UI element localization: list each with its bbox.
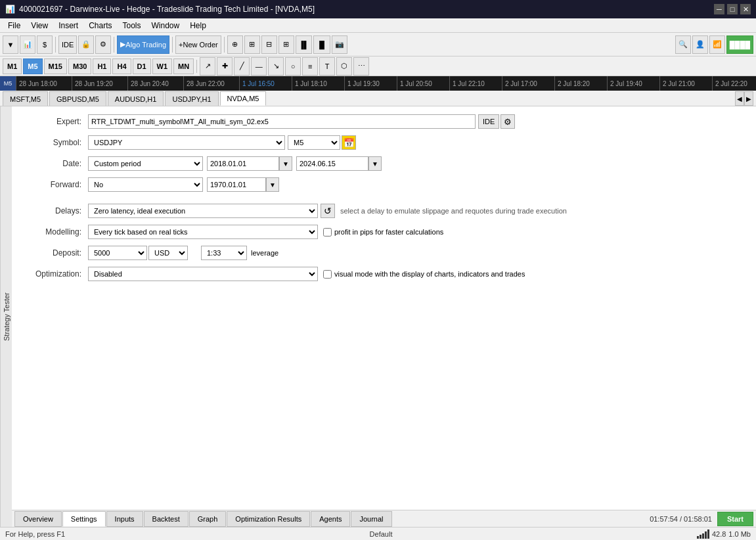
date-end-input[interactable]: [296, 156, 368, 171]
status-bar: For Help, press F1 Default 42.8 1.0 Mb: [0, 527, 756, 540]
minimize-button[interactable]: ─: [714, 4, 724, 14]
modelling-row: Modelling: Every tick based on real tick…: [22, 225, 745, 239]
toolbar-lock-btn[interactable]: 🔒: [78, 35, 94, 54]
draw-ray-btn[interactable]: ↘: [268, 57, 284, 76]
tf-h4[interactable]: H4: [112, 58, 131, 74]
document-tab-bar: MSFT,M5 GBPUSD,M5 AUDUSD,H1 USDJPY,H1 NV…: [0, 91, 756, 106]
zoom-in-btn[interactable]: ⊞: [244, 35, 260, 54]
tf-m30[interactable]: M30: [68, 58, 91, 74]
calendar-icon-button[interactable]: 📅: [342, 135, 356, 150]
bottom-tab-settings[interactable]: Settings: [62, 511, 106, 527]
start-button[interactable]: Start: [717, 512, 753, 526]
bottom-tabs: Overview Settings Inputs Backtest Graph …: [12, 510, 756, 527]
menu-item-help[interactable]: Help: [185, 18, 211, 33]
toolbar-script-btn[interactable]: ⚙: [95, 35, 111, 54]
profit-checkbox[interactable]: [323, 228, 332, 236]
tab-nvda-m5[interactable]: NVDA,M5: [220, 91, 267, 106]
screenshot-btn[interactable]: 📷: [332, 35, 347, 54]
signal-bar-4: [705, 531, 707, 539]
expert-input[interactable]: [88, 114, 476, 129]
menu-item-charts[interactable]: Charts: [83, 18, 117, 33]
bottom-tab-inputs[interactable]: Inputs: [106, 511, 143, 527]
deposit-currency-select[interactable]: USD: [148, 246, 188, 260]
bottom-tab-optimization-results[interactable]: Optimization Results: [227, 511, 310, 527]
date-end-calendar-btn[interactable]: ▼: [368, 156, 382, 171]
form-area: Expert: IDE ⚙ Symbol: USDJPY M5 📅: [12, 106, 756, 510]
tab-nav-next[interactable]: ▶: [744, 91, 753, 106]
forward-select[interactable]: No: [88, 177, 203, 192]
date-start-calendar-btn[interactable]: ▼: [279, 156, 292, 171]
draw-shapes-btn[interactable]: ⬡: [336, 57, 352, 76]
zoom-out-btn[interactable]: ⊟: [261, 35, 277, 54]
menu-item-view[interactable]: View: [26, 18, 53, 33]
signal-btn[interactable]: 📶: [709, 35, 725, 54]
draw-text-btn[interactable]: T: [319, 57, 335, 76]
toolbar-sep2: [114, 37, 114, 53]
menu-item-window[interactable]: Window: [146, 18, 185, 33]
delays-refresh-button[interactable]: ↺: [321, 204, 335, 218]
algo-trading-button[interactable]: ▶ Algo Trading: [117, 35, 169, 54]
new-order-button[interactable]: + New Order: [175, 35, 221, 54]
draw-more-btn[interactable]: ⋯: [353, 57, 369, 76]
tf-m5[interactable]: M5: [23, 58, 42, 74]
tester-content: Expert: IDE ⚙ Symbol: USDJPY M5 📅: [12, 106, 756, 527]
symbol-select[interactable]: USDJPY: [88, 135, 285, 150]
draw-arrow-btn[interactable]: ↗: [200, 57, 215, 76]
close-button[interactable]: ✕: [740, 4, 751, 14]
delays-select[interactable]: Zero latency, ideal execution: [88, 204, 318, 218]
account-btn[interactable]: 👤: [692, 35, 708, 54]
leverage-select[interactable]: 1:33: [201, 246, 247, 260]
menu-item-insert[interactable]: Insert: [53, 18, 83, 33]
bottom-tab-overview[interactable]: Overview: [14, 511, 62, 527]
tf-h1[interactable]: H1: [93, 58, 111, 74]
status-indicator[interactable]: ████: [726, 35, 753, 54]
bottom-tab-journal[interactable]: Journal: [351, 511, 391, 527]
forward-date-calendar-btn[interactable]: ▼: [266, 177, 279, 192]
profit-checkbox-row: profit in pips for faster calculations: [323, 228, 443, 236]
vol-btn[interactable]: ▐▌: [296, 35, 313, 54]
forward-date-input[interactable]: [207, 177, 266, 192]
draw-cross-btn[interactable]: ✚: [217, 57, 233, 76]
toolbar-dropdown-btn[interactable]: ▼: [3, 35, 18, 54]
menu-item-file[interactable]: File: [3, 18, 26, 33]
maximize-button[interactable]: □: [727, 4, 738, 14]
tab-gbpusd-m5[interactable]: GBPUSD,M5: [49, 91, 106, 106]
grid-btn[interactable]: ⊞: [278, 35, 294, 54]
symbol-label: Symbol:: [22, 138, 88, 147]
toolbar-price-btn[interactable]: $: [37, 35, 53, 54]
tf-m15[interactable]: M15: [44, 58, 67, 74]
draw-ellipse-btn[interactable]: ○: [285, 57, 301, 76]
modelling-select[interactable]: Every tick based on real ticks: [88, 225, 318, 239]
tf-d1[interactable]: D1: [133, 58, 151, 74]
visual-checkbox[interactable]: [323, 270, 332, 279]
memory-usage: 1.0 Mb: [728, 530, 751, 538]
tab-audusd-h1[interactable]: AUDUSD,H1: [108, 91, 164, 106]
draw-hline-btn[interactable]: —: [251, 57, 267, 76]
toolbar-chart-type-btn[interactable]: 📊: [20, 35, 35, 54]
tab-msft-m5[interactable]: MSFT,M5: [3, 91, 48, 106]
deposit-amount-select[interactable]: 5000: [88, 246, 147, 260]
tab-nav-prev[interactable]: ◀: [735, 91, 744, 106]
bottom-tab-agents[interactable]: Agents: [311, 511, 350, 527]
expert-settings-button[interactable]: ⚙: [500, 114, 515, 129]
toolbar-ide-btn[interactable]: IDE: [58, 35, 77, 54]
date-type-select[interactable]: Custom period: [88, 156, 203, 171]
tf-w1[interactable]: W1: [152, 58, 173, 74]
tf-mn[interactable]: MN: [173, 58, 194, 74]
tab-usdjpy-h1[interactable]: USDJPY,H1: [165, 91, 218, 106]
draw-line-btn[interactable]: ╱: [234, 57, 250, 76]
bottom-tab-backtest[interactable]: Backtest: [144, 511, 189, 527]
date-start-input[interactable]: [207, 156, 279, 171]
crosshair-btn[interactable]: ⊕: [227, 35, 243, 54]
vol2-btn[interactable]: ▐▌: [313, 35, 330, 54]
draw-fib-btn[interactable]: ≡: [302, 57, 318, 76]
menu-item-tools[interactable]: Tools: [118, 18, 146, 33]
ide-button[interactable]: IDE: [478, 114, 499, 129]
search-btn[interactable]: 🔍: [675, 35, 691, 54]
bottom-tab-graph[interactable]: Graph: [189, 511, 227, 527]
help-text: For Help, press F1: [5, 530, 65, 538]
optimization-select[interactable]: Disabled: [88, 267, 318, 281]
tf-m1[interactable]: M1: [3, 58, 22, 74]
deposit-row: Deposit: 5000 USD 1:33 leverage: [22, 246, 745, 260]
timeframe-select[interactable]: M5: [288, 135, 340, 150]
